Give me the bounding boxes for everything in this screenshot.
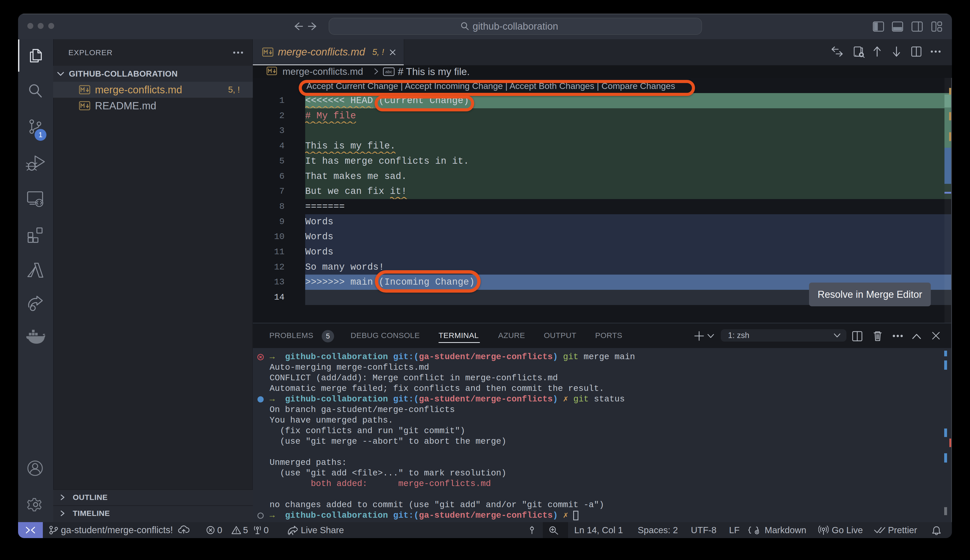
svg-text:abc: abc [385, 69, 392, 74]
